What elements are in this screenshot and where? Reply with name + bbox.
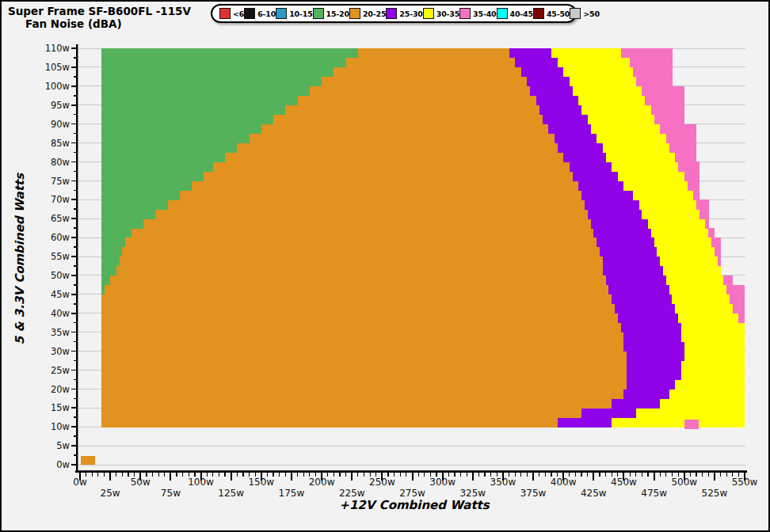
x-tick-label: 100w [188,477,214,488]
x-tick-label: 225w [339,488,365,499]
x-tick-label: 300w [429,477,456,488]
x-tick-label: 200w [309,477,335,488]
fan-noise-contour-chart: Super Frame SF-B600FL -115V Fan Noise (d… [0,0,770,532]
x-tick-label: 0w [73,477,87,488]
y-tick-label: 0w [56,459,70,470]
x-tick-label: 500w [671,477,697,488]
y-tick-label: 25w [51,365,70,376]
y-tick-label: 75w [51,176,70,187]
y-tick-label: 30w [51,346,70,357]
x-tick-label: 475w [641,488,667,499]
y-tick-label: 110w [45,43,70,54]
x-tick-label: 125w [218,488,244,499]
y-tick-label: 20w [51,384,70,395]
y-tick-label: 60w [51,232,70,243]
y-tick-label: 5w [56,440,70,451]
x-tick-label: 25w [101,488,120,499]
x-tick-label: 275w [399,488,425,499]
y-tick-label: 105w [45,62,70,73]
y-tick-label: 10w [51,421,70,432]
y-tick-label: 70w [51,194,70,205]
x-tick-label: 450w [611,477,637,488]
x-tick-label: 75w [161,488,181,499]
x-axis-title: +12V Combined Watts [339,498,489,512]
x-tick-label: 350w [490,477,517,488]
y-tick-label: 55w [51,251,70,262]
x-tick-label: 525w [702,488,728,499]
x-tick-label: 150w [248,477,274,488]
plot-canvas: 0w25w50w75w100w125w150w175w200w225w250w2… [2,2,768,530]
x-tick-label: 375w [520,488,547,499]
x-tick-label: 325w [459,488,486,499]
y-tick-label: 80w [51,157,70,168]
x-tick-label: 550w [732,477,758,488]
x-tick-labels: 0w25w50w75w100w125w150w175w200w225w250w2… [73,477,757,499]
y-tick-label: 95w [51,100,70,111]
y-tick-label: 40w [51,308,70,319]
y-tick-label: 90w [51,119,70,130]
x-tick-label: 425w [581,488,607,499]
x-tick-label: 50w [131,477,151,488]
y-tick-label: 50w [51,270,70,281]
y-tick-label: 45w [51,289,70,300]
y-tick-label: 85w [51,138,70,149]
contour-regions [81,48,745,465]
x-tick-label: 250w [369,477,395,488]
x-tick-label: 175w [279,488,305,499]
y-tick-label: 100w [45,81,70,92]
x-tick-label: 400w [551,477,577,488]
y-tick-label: 65w [51,213,70,224]
y-tick-label: 15w [51,402,70,413]
y-tick-labels: 0w5w10w15w20w25w30w35w40w45w50w55w60w65w… [45,43,70,470]
y-axis-title: 5 & 3.3V Combined Watts [13,173,27,344]
y-tick-label: 35w [51,327,70,338]
